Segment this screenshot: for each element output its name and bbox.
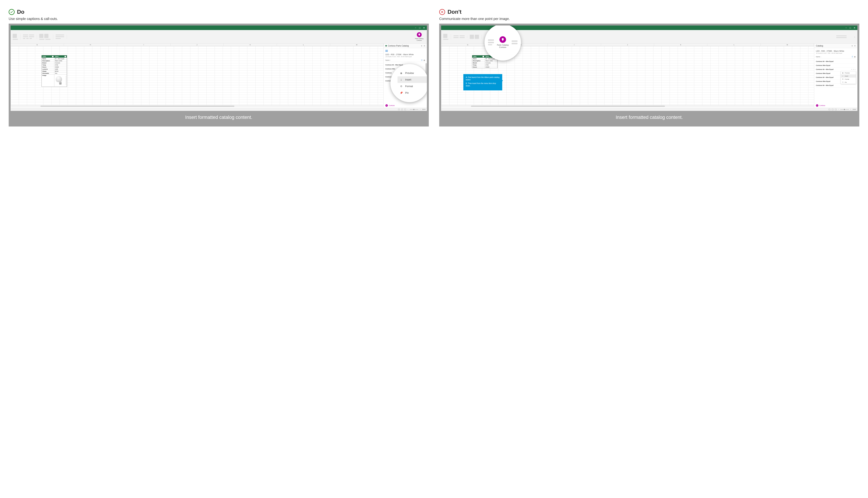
pin-icon: 📌 (400, 91, 403, 94)
menu-format[interactable]: ⚙Format (841, 78, 856, 81)
view-normal-icon[interactable] (829, 109, 830, 110)
view-break-icon[interactable] (835, 109, 837, 110)
sort-label[interactable]: Name (385, 60, 390, 61)
menu-format[interactable]: ⚙Format (398, 83, 427, 90)
col-head[interactable]: M (330, 43, 384, 46)
menu-pin[interactable]: 📌Pin (398, 90, 427, 96)
eye-icon: ◉ (400, 71, 403, 75)
sort-arrow-icon[interactable]: ↓ (390, 59, 391, 61)
filter-icon[interactable] (65, 56, 66, 57)
col-head[interactable]: K (654, 43, 708, 46)
pane-dropdown-icon[interactable]: ▾ (421, 45, 422, 47)
cell: Brand (42, 62, 54, 64)
col-head[interactable]: I (548, 43, 601, 46)
zoom-slider[interactable] (410, 109, 418, 110)
view-normal-icon[interactable] (398, 109, 400, 110)
signed-in: C Contoso (384, 103, 427, 108)
menu-pin[interactable]: ⚲Pin (841, 81, 856, 84)
view-layout-icon[interactable] (401, 109, 403, 110)
parts-catalog-button[interactable]: Parts CatalogContoso (414, 32, 425, 41)
cell: Image (42, 75, 54, 87)
sort-label[interactable]: Name (816, 56, 820, 57)
pane-close-icon[interactable]: ✕ (424, 45, 425, 47)
close-icon[interactable]: ✕ (423, 27, 425, 29)
th-label: Lable (473, 56, 477, 57)
menu-insert[interactable]: ⤓Insert (841, 75, 856, 78)
col-head[interactable]: L (708, 43, 761, 46)
insert-icon: ⤓ (400, 78, 403, 81)
dont-title: Don't (448, 9, 462, 15)
eye-icon: ◉ (842, 72, 844, 74)
col-head[interactable]: G (11, 43, 64, 46)
ribbon: Parts CatalogContoso (11, 30, 427, 43)
excel-window: − □ ✕ ⌄ G H I (441, 26, 857, 111)
th-label: Lable (42, 56, 46, 57)
cell: Brand (472, 62, 485, 64)
check-icon (9, 9, 15, 15)
cell: Hours (472, 66, 485, 68)
pane-dropdown-icon[interactable]: ▾ (852, 45, 853, 47)
list-view-icon[interactable]: ☰ (852, 56, 853, 57)
insert-icon: ⤓ (842, 75, 844, 77)
list-item[interactable]: Contoso 60 - 65w Equal (816, 83, 856, 88)
pane-title: Contoso Parts Catalog (388, 44, 409, 47)
maximize-icon[interactable]: □ (418, 27, 421, 29)
parts-catalog-button[interactable]: Parts CatalogContoso (497, 36, 509, 49)
menu-preview[interactable]: ◉Preview (398, 70, 427, 76)
grid-view-icon[interactable]: ▦ (424, 60, 425, 61)
col-head[interactable]: K (224, 43, 277, 46)
item-context-menu: ◉Preview ⤓Insert ⚙Format ⚲Pin (841, 71, 856, 84)
menu-preview[interactable]: ◉Preview (841, 71, 856, 75)
pane-close-icon[interactable]: ✕ (854, 45, 856, 47)
zoom-slider[interactable] (840, 109, 849, 110)
col-head[interactable]: M (761, 43, 814, 46)
menu-insert[interactable]: ⤓Insert (398, 76, 427, 83)
view-layout-icon[interactable] (832, 109, 833, 110)
data-table: Lable Value Name60 - 65w Equal Descripti… (41, 55, 67, 87)
cell: Name (472, 58, 485, 60)
zoom-in-button[interactable]: + (420, 109, 420, 110)
cell: Warm white (54, 60, 67, 62)
pane-title-partial: Catalog (816, 44, 823, 47)
minimize-icon[interactable]: − (414, 27, 417, 29)
zoom-in-button[interactable]: + (850, 109, 851, 110)
col-head[interactable]: J (170, 43, 224, 46)
filter-icon[interactable] (483, 56, 484, 57)
search-title: LED - R30 - 2700K - Warm White (385, 53, 425, 55)
maximize-icon[interactable]: □ (849, 27, 852, 29)
sliders-icon: ⚙ (842, 78, 844, 80)
cell: 2700 (485, 64, 497, 66)
hamburger-icon[interactable] (385, 50, 388, 52)
minimize-icon[interactable]: − (845, 27, 847, 29)
close-icon[interactable]: ✕ (853, 27, 856, 29)
zoom-out-button[interactable]: − (407, 109, 408, 110)
list-item[interactable]: Contoso 60 - 65w Equal• • • (816, 67, 856, 71)
spreadsheet-grid[interactable]: G H I J K L M Lable Va (11, 43, 384, 108)
cell: 2700 (54, 64, 67, 66)
status-bar: − + 100% (441, 108, 857, 111)
h-scrollbar[interactable] (11, 105, 384, 107)
th-value: Value (55, 56, 59, 57)
view-break-icon[interactable] (404, 109, 406, 110)
cell: Description (472, 60, 485, 62)
zoom-out-button[interactable]: − (838, 109, 839, 110)
filter-icon[interactable] (52, 56, 53, 57)
list-view-icon[interactable]: ☰ (421, 60, 423, 61)
cell: Consoto (485, 62, 497, 64)
search-subtitle: 16 results in LED - R30 - 60-65 Watt Equ… (816, 52, 856, 54)
list-item[interactable]: Contoso 85w Equal (816, 64, 856, 67)
th-value: Value (485, 56, 489, 57)
ribbon-collapse-icon[interactable]: ⌄ (854, 36, 855, 38)
col-head[interactable]: J (601, 43, 654, 46)
col-head[interactable]: H (64, 43, 117, 46)
h-scrollbar[interactable] (441, 105, 814, 107)
col-head[interactable]: I (117, 43, 170, 46)
zoom-level: 100% (853, 109, 856, 110)
sort-arrow-icon[interactable]: ↓ (820, 56, 821, 57)
instruction-callout: A. First launch from the ribbon parts ca… (463, 74, 502, 90)
list-item[interactable]: Contoso 60 - 65w Equal (816, 60, 856, 64)
cell: 1600 (54, 68, 67, 70)
grid-view-icon[interactable]: ▦ (854, 56, 856, 57)
col-head[interactable]: L (277, 43, 330, 46)
more-icon[interactable]: • • • (852, 68, 856, 70)
